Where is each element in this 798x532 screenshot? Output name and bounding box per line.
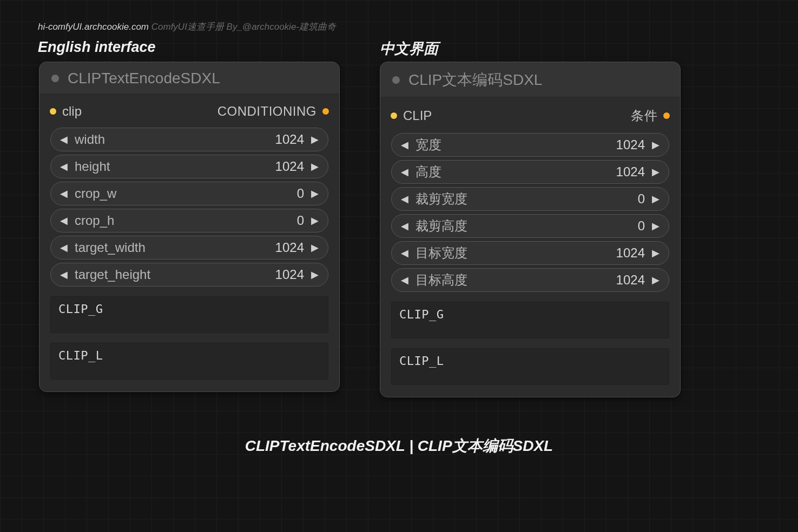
increment-icon[interactable]: ▶ (309, 134, 320, 145)
footer-caption: CLIPTextEncodeSDXL | CLIP文本编码SDXL (0, 436, 798, 456)
param-height[interactable]: ◀ 高度 1024 ▶ (391, 160, 669, 184)
ports-row: CLIP 条件 (386, 104, 675, 130)
increment-icon[interactable]: ▶ (309, 269, 320, 281)
param-name: height (75, 159, 110, 174)
increment-icon[interactable]: ▶ (650, 247, 661, 259)
input-port-label: clip (62, 104, 82, 119)
port-dot-icon[interactable] (49, 108, 57, 115)
param-height[interactable]: ◀ height 1024 ▶ (50, 155, 328, 178)
decrement-icon[interactable]: ◀ (399, 274, 410, 286)
param-value[interactable]: 1024 (616, 137, 645, 152)
increment-icon[interactable]: ▶ (309, 188, 320, 200)
param-width[interactable]: ◀ 宽度 1024 ▶ (391, 133, 669, 157)
decrement-icon[interactable]: ◀ (58, 188, 69, 200)
param-name: 高度 (416, 163, 441, 181)
decrement-icon[interactable]: ◀ (58, 242, 69, 254)
output-port-label: CONDITIONING (217, 104, 316, 119)
watermark-rest: ComfyUI速查手册 By_@archcookie-建筑曲奇 (149, 22, 336, 32)
node-body: CLIP 条件 ◀ 宽度 1024 ▶ ◀ 高度 1024 ▶ ◀ 裁剪宽度 0 (380, 97, 680, 397)
param-value[interactable]: 1024 (616, 164, 645, 179)
increment-icon[interactable]: ▶ (650, 139, 661, 151)
output-port-conditioning[interactable]: CONDITIONING (217, 104, 329, 119)
decrement-icon[interactable]: ◀ (58, 161, 69, 172)
param-value[interactable]: 1024 (275, 159, 304, 174)
collapse-toggle-icon[interactable] (392, 76, 400, 84)
node-header[interactable]: CLIP文本编码SDXL (380, 62, 680, 97)
param-target-width[interactable]: ◀ target_width 1024 ▶ (50, 236, 328, 260)
text-l-input[interactable]: CLIP_L (50, 343, 328, 380)
increment-icon[interactable]: ▶ (650, 274, 661, 286)
watermark-site: hi-comfyUI.archcookie.com (38, 22, 149, 32)
decrement-icon[interactable]: ◀ (58, 215, 69, 227)
increment-icon[interactable]: ▶ (309, 242, 320, 254)
input-port-clip[interactable]: CLIP (390, 108, 432, 123)
param-width[interactable]: ◀ width 1024 ▶ (50, 128, 328, 151)
output-port-conditioning[interactable]: 条件 (631, 107, 670, 124)
param-value[interactable]: 1024 (275, 240, 304, 255)
param-value[interactable]: 1024 (616, 245, 645, 261)
decrement-icon[interactable]: ◀ (399, 247, 410, 259)
watermark-text: hi-comfyUI.archcookie.com ComfyUI速查手册 By… (38, 21, 336, 33)
section-label-english: English interface (38, 39, 156, 56)
param-name: crop_h (75, 213, 114, 228)
node-cliptextencodesdxl-en[interactable]: CLIPTextEncodeSDXL clip CONDITIONING ◀ w… (39, 62, 340, 392)
decrement-icon[interactable]: ◀ (58, 269, 69, 281)
decrement-icon[interactable]: ◀ (399, 139, 410, 151)
param-name: 目标高度 (416, 271, 467, 289)
param-target-height[interactable]: ◀ 目标高度 1024 ▶ (391, 268, 669, 292)
input-port-label: CLIP (403, 108, 432, 123)
param-name: target_height (75, 267, 150, 282)
param-target-width[interactable]: ◀ 目标宽度 1024 ▶ (391, 241, 669, 265)
decrement-icon[interactable]: ◀ (399, 166, 410, 178)
param-name: 裁剪高度 (416, 217, 467, 235)
text-g-input[interactable]: CLIP_G (391, 302, 669, 338)
param-name: crop_w (75, 186, 116, 201)
param-crop-h[interactable]: ◀ 裁剪高度 0 ▶ (391, 214, 669, 238)
input-port-clip[interactable]: clip (49, 104, 82, 119)
param-value[interactable]: 1024 (275, 132, 304, 147)
param-name: 裁剪宽度 (416, 190, 467, 208)
ports-row: clip CONDITIONING (45, 101, 334, 124)
increment-icon[interactable]: ▶ (309, 215, 320, 227)
increment-icon[interactable]: ▶ (650, 193, 661, 205)
param-crop-w[interactable]: ◀ crop_w 0 ▶ (50, 182, 328, 205)
param-name: width (75, 132, 105, 147)
param-value[interactable]: 0 (297, 213, 304, 228)
param-target-height[interactable]: ◀ target_height 1024 ▶ (50, 263, 328, 287)
port-dot-icon[interactable] (663, 112, 670, 119)
param-name: target_width (75, 240, 146, 255)
node-title: CLIPTextEncodeSDXL (68, 70, 220, 87)
param-value[interactable]: 0 (638, 191, 645, 207)
increment-icon[interactable]: ▶ (309, 161, 320, 172)
collapse-toggle-icon[interactable] (51, 75, 59, 82)
node-cliptextencodesdxl-zh[interactable]: CLIP文本编码SDXL CLIP 条件 ◀ 宽度 1024 ▶ ◀ 高度 10… (380, 62, 681, 397)
port-dot-icon[interactable] (390, 112, 398, 119)
section-label-chinese: 中文界面 (380, 39, 438, 58)
param-name: 宽度 (416, 136, 441, 154)
decrement-icon[interactable]: ◀ (399, 193, 410, 205)
node-body: clip CONDITIONING ◀ width 1024 ▶ ◀ heigh… (39, 94, 339, 391)
param-value[interactable]: 0 (638, 218, 645, 234)
param-value[interactable]: 1024 (275, 267, 304, 282)
output-port-label: 条件 (631, 107, 657, 124)
text-l-input[interactable]: CLIP_L (391, 348, 669, 385)
node-title: CLIP文本编码SDXL (408, 70, 542, 90)
param-value[interactable]: 0 (297, 186, 304, 201)
increment-icon[interactable]: ▶ (650, 220, 661, 232)
port-dot-icon[interactable] (322, 108, 329, 115)
decrement-icon[interactable]: ◀ (58, 134, 69, 145)
node-header[interactable]: CLIPTextEncodeSDXL (39, 62, 339, 94)
param-crop-h[interactable]: ◀ crop_h 0 ▶ (50, 209, 328, 232)
param-name: 目标宽度 (416, 244, 467, 262)
decrement-icon[interactable]: ◀ (399, 220, 410, 232)
text-g-input[interactable]: CLIP_G (50, 296, 328, 333)
param-crop-w[interactable]: ◀ 裁剪宽度 0 ▶ (391, 187, 669, 211)
increment-icon[interactable]: ▶ (650, 166, 661, 178)
param-value[interactable]: 1024 (616, 272, 645, 288)
